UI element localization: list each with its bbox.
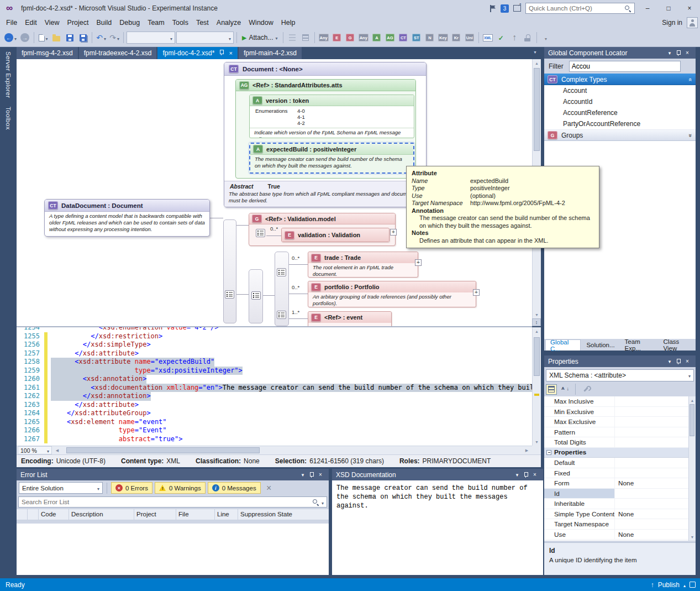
- errors-filter-button[interactable]: 0 Errors: [111, 482, 152, 494]
- attribute-expectedbuild-header[interactable]: A expectedBuild : positiveInteger: [250, 144, 413, 155]
- column-header-file[interactable]: File: [176, 509, 215, 520]
- menu-edit[interactable]: Edit: [21, 17, 41, 29]
- document-tab-fpml-doc-4-2-xsd[interactable]: fpml-doc-4-2.xsd*: [157, 47, 237, 59]
- element-event-header[interactable]: E <Ref> : event: [308, 312, 391, 323]
- menu-tools[interactable]: Tools: [169, 17, 192, 29]
- scroll-up-icon[interactable]: [533, 327, 541, 335]
- horizontal-scrollbar[interactable]: [61, 447, 521, 453]
- window-menu-icon[interactable]: [665, 357, 674, 366]
- warnings-filter-button[interactable]: 0 Warnings: [155, 482, 206, 494]
- component-locator-title-bar[interactable]: Global Component Locator: [544, 47, 696, 59]
- code-line[interactable]: 1264 </xsd:attributeGroup>: [17, 409, 532, 418]
- datadocument-header[interactable]: CT DataDocument : Document: [45, 200, 209, 212]
- complex-type-document-box[interactable]: CT Document : <None> AG <Ref> : Standard…: [224, 62, 427, 207]
- close-icon[interactable]: [683, 357, 692, 366]
- lock-button[interactable]: [522, 31, 534, 44]
- scrollbar-thumb[interactable]: [534, 337, 540, 376]
- tab-list-overflow-button[interactable]: [533, 50, 537, 55]
- schema-filter-ct-button[interactable]: CT: [397, 31, 409, 44]
- navigate-back-button[interactable]: [3, 31, 18, 44]
- property-row-simple-type-content[interactable]: Simple Type ContentNone: [544, 509, 688, 520]
- menu-test[interactable]: Test: [192, 17, 213, 29]
- menu-build[interactable]: Build: [92, 17, 115, 29]
- scroll-down-icon[interactable]: [689, 533, 696, 541]
- element-event-box[interactable]: E <Ref> : event: [308, 311, 392, 326]
- properties-title-bar[interactable]: Properties: [544, 355, 696, 367]
- scroll-down-icon[interactable]: [533, 438, 541, 446]
- component-item-partyoraccountreference[interactable]: PartyOrAccountReference: [544, 118, 696, 129]
- column-header-code[interactable]: Code: [39, 509, 69, 520]
- column-header-blank-0[interactable]: [17, 509, 28, 520]
- code-line[interactable]: 1260 <xsd:annotation>: [17, 375, 532, 384]
- sequence-icon[interactable]: [256, 229, 265, 237]
- collapse-box-icon[interactable]: [546, 450, 551, 455]
- element-portfolio-header[interactable]: E portfolio : Portfolio: [308, 281, 476, 292]
- element-portfolio-box[interactable]: E portfolio : Portfolio An arbitary grou…: [308, 281, 476, 307]
- chevron-collapse-icon[interactable]: «: [688, 77, 693, 81]
- code-line[interactable]: 1263 </xsd:attribute>: [17, 401, 532, 410]
- attach-button[interactable]: Attach...: [240, 31, 280, 44]
- indent-guides-button[interactable]: [286, 31, 298, 44]
- status-corner-icon[interactable]: [690, 582, 696, 588]
- schema-filter-any-button[interactable]: Any: [318, 31, 330, 44]
- chevron-down-icon[interactable]: [104, 33, 106, 43]
- properties-scrollbar[interactable]: [688, 396, 696, 541]
- menu-view[interactable]: View: [41, 17, 64, 29]
- property-row-pattern[interactable]: Pattern: [544, 427, 688, 438]
- section-header-groups[interactable]: GGroups»: [544, 129, 696, 141]
- attribute-group-box[interactable]: AG <Ref> : StandardAttributes.atts A ver…: [235, 79, 416, 179]
- chevron-down-icon[interactable]: [46, 33, 48, 43]
- pin-icon[interactable]: [309, 472, 314, 478]
- document-tab-fpml-tradeexec-4-2-xsd[interactable]: fpml-tradeexec-4-2.xsd: [79, 47, 157, 59]
- menu-file[interactable]: File: [2, 17, 21, 29]
- group-validation-box[interactable]: G <Ref> : Validation.model 0..* E valida…: [249, 213, 396, 246]
- categorize-button[interactable]: [546, 384, 557, 395]
- code-line[interactable]: 1266 type="Event": [17, 426, 532, 435]
- menu-team[interactable]: Team: [144, 17, 169, 29]
- window-menu-icon[interactable]: [513, 470, 522, 479]
- title-bar[interactable]: fpml-doc-4-2.xsd* - Microsoft Visual Stu…: [0, 0, 700, 17]
- element-trade-box[interactable]: E trade : Trade The root element in an F…: [308, 252, 418, 278]
- component-item-accountid[interactable]: AccountId: [544, 96, 696, 107]
- quick-launch-input[interactable]: [529, 5, 624, 12]
- publish-button[interactable]: Publish: [658, 581, 680, 589]
- code-line[interactable]: 1258 <xsd:attribute name="expectedBuild": [17, 358, 532, 367]
- property-row-min-exclusive[interactable]: Min Exclusive: [544, 407, 688, 417]
- menu-project[interactable]: Project: [64, 17, 93, 29]
- sequence-icon[interactable]: [251, 291, 261, 300]
- group-validation-header[interactable]: G <Ref> : Validation.model: [249, 213, 395, 224]
- element-validation-header[interactable]: E validation : Validation: [282, 228, 389, 242]
- panel-tab-team-exp[interactable]: Team Exp...: [620, 339, 658, 351]
- property-row-form[interactable]: FormNone: [544, 478, 688, 489]
- quick-launch[interactable]: [525, 3, 635, 14]
- component-item-accountreference[interactable]: AccountReference: [544, 107, 696, 118]
- object-selector-dropdown[interactable]: XML Schema : <attribute>: [546, 369, 694, 381]
- validate-schema-button[interactable]: [495, 31, 507, 44]
- close-icon[interactable]: [316, 470, 325, 479]
- sign-in-link[interactable]: Sign in: [662, 19, 682, 27]
- zoom-selector[interactable]: 100 %: [18, 446, 52, 454]
- property-row-max-exclusive[interactable]: Max Exclusive: [544, 417, 688, 427]
- undo-button[interactable]: [95, 31, 107, 44]
- error-list-body[interactable]: [17, 524, 329, 575]
- element-trade-header[interactable]: E trade : Trade: [308, 252, 418, 263]
- pin-icon[interactable]: [523, 472, 529, 478]
- column-header-project[interactable]: Project: [134, 509, 176, 520]
- user-avatar[interactable]: [687, 17, 698, 28]
- maximize-button[interactable]: [660, 2, 677, 14]
- chevron-down-icon[interactable]: [322, 497, 324, 507]
- code-line[interactable]: 1262 </xsd:annotation>: [17, 392, 532, 401]
- code-line[interactable]: 1259 type="xsd:positiveInteger">: [17, 367, 532, 375]
- code-line[interactable]: 1265 <xsd:element name="event": [17, 418, 532, 427]
- scrollbar-thumb[interactable]: [534, 68, 540, 151]
- column-header-line[interactable]: Line: [215, 509, 238, 520]
- section-header-complex-types[interactable]: CTComplex Types«: [544, 74, 696, 85]
- error-search-box[interactable]: [18, 496, 327, 508]
- xsd-documentation-title-bar[interactable]: XSD Documentation: [332, 469, 543, 480]
- schema-filter-key-button[interactable]: Key: [437, 31, 449, 44]
- splitter-grip[interactable]: [532, 318, 541, 326]
- schema-filter-e-button[interactable]: E: [331, 31, 343, 44]
- property-row-inheritable[interactable]: Inheritable: [544, 499, 688, 509]
- chevron-expand-icon[interactable]: »: [688, 133, 693, 137]
- configuration-dropdown[interactable]: [127, 32, 175, 44]
